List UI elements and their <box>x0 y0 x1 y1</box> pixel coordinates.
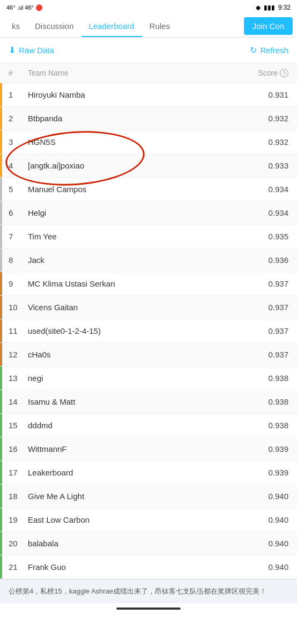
table-row: 2 Btbpanda 0.932 <box>0 107 297 130</box>
cell-score: 0.936 <box>259 255 288 265</box>
cell-team: Hiroyuki Namba <box>28 90 259 99</box>
refresh-icon: ↻ <box>250 45 257 55</box>
cell-score: 0.933 <box>259 161 288 170</box>
table-row-highlighted: 4 [angtk.ai]poxiao 0.933 <box>0 154 297 178</box>
cell-rank: 16 <box>9 444 28 453</box>
table-row: 7 Tim Yee 0.935 <box>0 225 297 248</box>
table-row: 15 dddmd 0.938 <box>0 414 297 437</box>
score-info-icon: ? <box>280 69 288 77</box>
bluetooth-icon: ◆ <box>256 4 261 11</box>
refresh-label: Refresh <box>260 46 288 55</box>
tab-ks[interactable]: ks <box>4 15 27 37</box>
score-header: Score ? <box>258 69 288 77</box>
tab-discussion[interactable]: Discussion <box>27 15 81 37</box>
cell-team: Frank Guo <box>28 562 259 572</box>
cell-score: 0.937 <box>259 350 288 359</box>
cell-rank: 9 <box>9 279 28 288</box>
cell-team: Helgi <box>28 208 259 217</box>
app-icon: 🔴 <box>35 4 43 11</box>
cell-rank: 14 <box>9 397 28 406</box>
rank-indicator <box>0 272 2 295</box>
table-row: 14 Isamu & Matt 0.938 <box>0 390 297 414</box>
cell-rank: 8 <box>9 255 28 265</box>
rank-indicator <box>0 83 2 106</box>
cell-score: 0.940 <box>259 562 288 572</box>
rank-indicator <box>0 154 2 177</box>
cell-team: MC Klima Ustasi Serkan <box>28 279 259 288</box>
cell-score: 0.940 <box>259 539 288 548</box>
download-icon: ⬇ <box>9 45 16 55</box>
table-row: 8 Jack 0.936 <box>0 248 297 272</box>
cell-rank: 11 <box>9 326 28 335</box>
leaderboard-table: 1 Hiroyuki Namba 0.931 2 Btbpanda 0.932 … <box>0 83 297 579</box>
cell-rank: 4 <box>9 161 28 170</box>
tab-leaderboard[interactable]: Leaderboard <box>81 15 142 37</box>
rank-indicator <box>0 367 2 390</box>
rank-indicator <box>0 532 2 555</box>
cell-rank: 19 <box>9 515 28 524</box>
rank-indicator <box>0 343 2 366</box>
table-row: 9 MC Klima Ustasi Serkan 0.937 <box>0 272 297 296</box>
nav-tabs: ks Discussion Leaderboard Rules Join Con <box>0 15 297 38</box>
rank-indicator <box>0 296 2 319</box>
raw-data-button[interactable]: ⬇ Raw Data <box>9 45 54 55</box>
cell-score: 0.932 <box>259 114 288 123</box>
rank-indicator <box>0 555 2 579</box>
cell-score: 0.939 <box>259 444 288 453</box>
table-row: 11 used(site0-1-2-4-15) 0.937 <box>0 319 297 343</box>
cell-team: Give Me A Light <box>28 492 259 501</box>
join-competition-button[interactable]: Join Con <box>244 17 293 35</box>
signal-icon: 46° .ul <box>6 4 23 11</box>
rank-indicator <box>0 225 2 248</box>
cell-rank: 2 <box>9 114 28 123</box>
home-bar <box>116 608 181 610</box>
tab-rules[interactable]: Rules <box>142 15 177 37</box>
rank-header: # <box>9 69 28 77</box>
cell-team: Jack <box>28 255 259 265</box>
cell-score: 0.935 <box>259 232 288 241</box>
table-row: 3 HGN5S 0.932 <box>0 130 297 154</box>
table-header: # Team Name Score ? <box>0 63 297 83</box>
cell-score: 0.937 <box>259 326 288 335</box>
refresh-button[interactable]: ↻ Refresh <box>250 45 288 55</box>
cell-team: balabala <box>28 539 259 548</box>
status-left: 46° .ul 46° 🔴 <box>6 4 43 11</box>
home-indicator <box>0 603 297 614</box>
cell-team: Leakerboard <box>28 468 259 477</box>
cell-score: 0.937 <box>259 279 288 288</box>
rank-indicator <box>0 508 2 531</box>
table-row: 18 Give Me A Light 0.940 <box>0 485 297 508</box>
cell-score: 0.934 <box>259 185 288 194</box>
cell-rank: 5 <box>9 185 28 194</box>
cell-rank: 15 <box>9 421 28 430</box>
signal-icon-2: 46° <box>25 4 34 11</box>
cell-team: Manuel Campos <box>28 185 259 194</box>
cell-score: 0.939 <box>259 468 288 477</box>
rank-indicator <box>0 319 2 342</box>
cell-score: 0.934 <box>259 208 288 217</box>
cell-score: 0.938 <box>259 421 288 430</box>
cell-team: Vicens Gaitan <box>28 303 259 312</box>
cell-team: East Low Carbon <box>28 515 259 524</box>
cell-team: negi <box>28 374 259 383</box>
time-display: 9:32 <box>278 4 291 11</box>
rank-indicator <box>0 437 2 460</box>
cell-rank: 3 <box>9 137 28 147</box>
cell-rank: 21 <box>9 562 28 572</box>
cell-score: 0.938 <box>259 374 288 383</box>
rank-indicator <box>0 390 2 413</box>
table-row: 1 Hiroyuki Namba 0.931 <box>0 83 297 107</box>
table-row: 6 Helgi 0.934 <box>0 201 297 225</box>
cell-score: 0.932 <box>259 137 288 147</box>
rank-indicator <box>0 201 2 224</box>
table-row: 21 Frank Guo 0.940 <box>0 555 297 579</box>
rank-indicator <box>0 130 2 153</box>
table-row: 19 East Low Carbon 0.940 <box>0 508 297 532</box>
cell-rank: 6 <box>9 208 28 217</box>
table-row: 16 WittmannF 0.939 <box>0 437 297 461</box>
cell-rank: 12 <box>9 350 28 359</box>
cell-team: Tim Yee <box>28 232 259 241</box>
cell-team: [angtk.ai]poxiao <box>28 161 259 170</box>
cell-team: used(site0-1-2-4-15) <box>28 326 259 335</box>
team-header: Team Name <box>28 69 258 77</box>
